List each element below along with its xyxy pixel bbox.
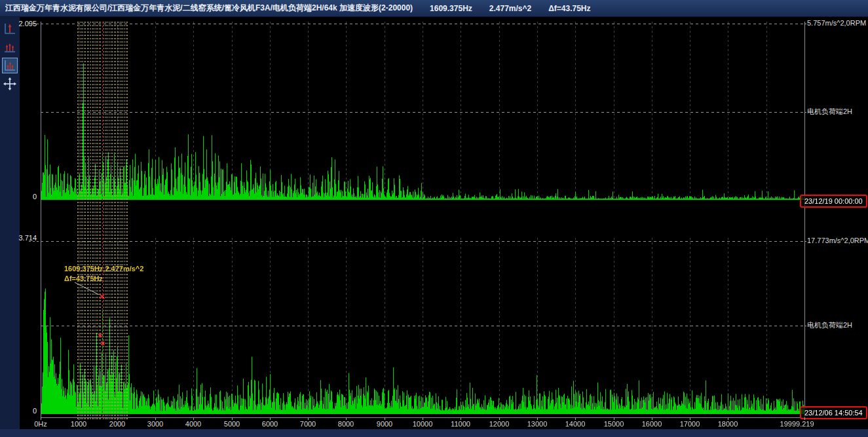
tool-sidebar	[0, 17, 20, 429]
x-tick-label: 1000	[71, 420, 86, 428]
pan-move-icon	[3, 77, 17, 91]
top-channel-label: 电机负荷端2H	[807, 107, 852, 117]
app-window: 江西瑞金万年青水泥有限公司/江西瑞金万年青水泥/二线窑系统/篦冷风机F3A/电机…	[0, 0, 868, 437]
x-tick-label: 8000	[338, 420, 354, 428]
x-tick-label: 0Hz	[34, 420, 47, 428]
x-tick-label: 18000	[718, 420, 738, 428]
x-tick-label: 12000	[489, 420, 510, 428]
cursor-frequency-readout: 1609.375Hz	[430, 4, 472, 13]
x-tick-label: 19999.219	[780, 420, 814, 428]
sideband-cursor-button[interactable]	[2, 58, 18, 73]
x-tick-label: 7000	[300, 420, 316, 428]
delta-f-readout: Δf=43.75Hz	[548, 4, 590, 13]
title-bar: 江西瑞金万年青水泥有限公司/江西瑞金万年青水泥/二线窑系统/篦冷风机F3A/电机…	[0, 0, 868, 17]
top-chart-zero-label: 0	[10, 193, 37, 200]
x-tick-label: 9000	[377, 420, 392, 428]
bottom-chart-zero-label: 0	[10, 407, 37, 415]
harmonic-cursor-icon	[3, 40, 17, 54]
peak-annotation-line2: Δf=43.75Hz	[64, 275, 103, 282]
sideband-cursor-icon	[3, 58, 17, 73]
cursor-amplitude-readout: 2.477m/s^2	[489, 4, 531, 13]
bottom-channel-label: 电机负荷端2H	[807, 320, 852, 330]
measurement-path: 江西瑞金万年青水泥有限公司/江西瑞金万年青水泥/二线窑系统/篦冷风机F3A/电机…	[5, 3, 413, 14]
bottom-chart-ymax-label: 3.714	[10, 234, 37, 242]
x-tick-label: 15000	[604, 420, 624, 428]
peak-annotation-line1: 1609.375Hz,2.477m/s^2	[64, 265, 143, 273]
top-overall-value-label: 5.757m/s^2,0RPM	[807, 19, 866, 27]
top-spectrum-canvas[interactable]	[41, 22, 804, 200]
x-tick-label: 16000	[642, 420, 662, 428]
bottom-spectrum-canvas[interactable]	[41, 238, 804, 414]
x-tick-label: 5000	[224, 420, 240, 428]
bottom-overall-value-label: 17.773m/s^2,0RPM	[807, 237, 868, 244]
top-trace-timestamp-badge: 23/12/19 00:00:00	[800, 195, 867, 208]
harmonic-cursor-button[interactable]	[2, 39, 18, 55]
x-tick-label: 4000	[185, 420, 201, 428]
y-axis-line	[41, 22, 41, 417]
top-chart-ymax-label: 2.095	[10, 20, 37, 28]
right-frame-line	[804, 22, 805, 417]
bottom-trace-timestamp-badge: 23/12/06 14:50:54	[800, 406, 867, 419]
x-tick-label: 13000	[527, 420, 548, 428]
pan-tool-button[interactable]	[2, 76, 18, 92]
x-tick-label: 17000	[680, 420, 700, 428]
x-tick-label: 6000	[262, 420, 278, 428]
x-tick-label: 3000	[147, 420, 163, 428]
x-tick-label: 11000	[451, 420, 470, 428]
x-tick-label: 2000	[109, 420, 125, 428]
x-tick-label: 14000	[565, 420, 586, 428]
window-bottom-strip	[0, 429, 868, 437]
x-tick-label: 10000	[413, 420, 433, 428]
